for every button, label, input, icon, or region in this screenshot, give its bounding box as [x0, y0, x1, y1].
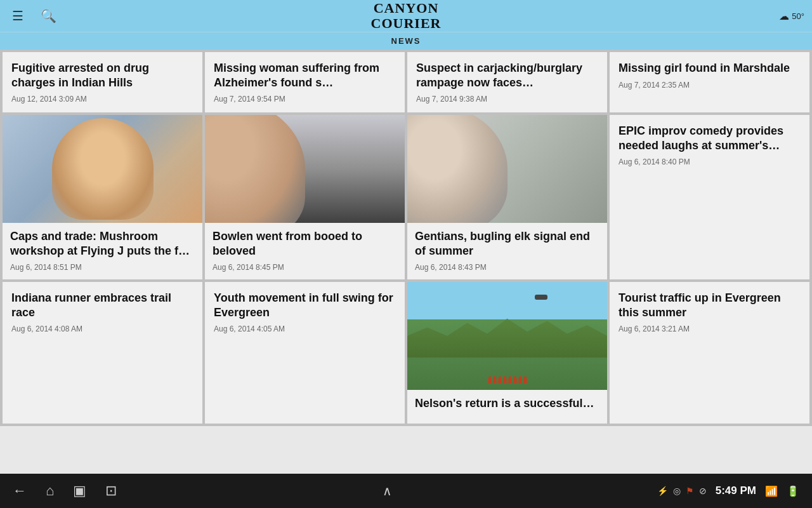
recents-button[interactable]: ▣	[73, 483, 86, 499]
article-headline: Youth movement in full swing for Evergre…	[214, 291, 396, 319]
article-3[interactable]: Suspect in carjacking/burglary rampage n…	[407, 52, 607, 112]
news-grid: Fugitive arrested on drug charges in Ind…	[0, 50, 812, 426]
brand-name: CANYON COURIER	[371, 1, 442, 31]
up-button[interactable]: ∧	[383, 483, 392, 498]
time-display: 5:49 PM	[716, 485, 756, 497]
article-headline: EPIC improv comedy provides needed laugh…	[619, 124, 801, 152]
article-image-elderly	[407, 115, 607, 223]
back-button[interactable]: ←	[13, 483, 27, 499]
article-image-girl	[3, 115, 202, 223]
screenshot-button[interactable]: ⊡	[105, 483, 117, 499]
article-2[interactable]: Missing woman suffering from Alzheimer's…	[205, 52, 405, 112]
article-headline: Caps and trade: Mushroom workshop at Fly…	[10, 229, 195, 258]
bottom-nav-right: ⚡ ◎ ⚑ ⊘ 5:49 PM 📶 🔋	[657, 485, 799, 497]
nav-label[interactable]: NEWS	[391, 36, 421, 46]
article-4[interactable]: Missing girl found in Marshdale Aug 7, 2…	[610, 52, 809, 112]
article-headline: Missing girl found in Marshdale	[619, 61, 801, 76]
location-icon: ◎	[673, 486, 681, 496]
top-bar-left: ☰ 🔍	[0, 4, 60, 27]
article-date: Aug 6, 2014 4:08 AM	[11, 324, 193, 333]
article-headline: Tourist traffic up in Evergreen this sum…	[619, 291, 801, 319]
article-headline: Indiana runner embraces trail race	[11, 291, 193, 319]
temperature: 50°	[792, 11, 804, 21]
article-date: Aug 7, 2014 2:35 AM	[619, 81, 801, 90]
article-headline: Gentians, bugling elk signal end of summ…	[415, 229, 599, 258]
weather-icon: ☁	[779, 10, 789, 22]
article-headline: Bowlen went from booed to beloved	[213, 229, 397, 258]
article-date: Aug 6, 2014 4:05 AM	[214, 324, 396, 333]
hamburger-icon[interactable]: ☰	[6, 4, 29, 27]
article-date: Aug 7, 2014 9:54 PM	[214, 95, 396, 104]
article-10[interactable]: Youth movement in full swing for Evergre…	[205, 282, 405, 424]
article-12[interactable]: Tourist traffic up in Evergreen this sum…	[610, 282, 809, 424]
article-11[interactable]: Nelson's return is a successful…	[407, 282, 607, 424]
article-date: Aug 6, 2014 8:45 PM	[213, 263, 397, 272]
article-date: Aug 6, 2014 8:43 PM	[415, 263, 599, 272]
article-headline: Nelson's return is a successful…	[415, 396, 599, 411]
article-image-outdoor	[407, 282, 607, 390]
article-5[interactable]: Caps and trade: Mushroom workshop at Fly…	[3, 115, 202, 279]
flag-icon: ⚑	[686, 486, 694, 496]
article-7[interactable]: Gentians, bugling elk signal end of summ…	[407, 115, 607, 279]
article-headline: Missing woman suffering from Alzheimer's…	[214, 61, 396, 90]
article-date: Aug 7, 2014 9:38 AM	[416, 95, 598, 104]
article-9[interactable]: Indiana runner embraces trail race Aug 6…	[3, 282, 202, 424]
bottom-nav-left: ← ⌂ ▣ ⊡	[13, 483, 117, 499]
usb-icon: ⚡	[657, 486, 668, 496]
article-date: Aug 6, 2014 8:40 PM	[619, 157, 801, 166]
nav-bar: NEWS	[0, 32, 812, 50]
article-date: Aug 6, 2014 8:51 PM	[10, 263, 195, 272]
home-button[interactable]: ⌂	[46, 483, 54, 499]
brand-logo: CANYON COURIER	[371, 1, 442, 31]
bottom-nav: ← ⌂ ▣ ⊡ ∧ ⚡ ◎ ⚑ ⊘ 5:49 PM 📶 🔋	[0, 474, 812, 508]
top-bar-right: ☁ 50°	[779, 10, 804, 22]
article-6[interactable]: Bowlen went from booed to beloved Aug 6,…	[205, 115, 405, 279]
article-date: Aug 6, 2014 3:21 AM	[619, 324, 801, 333]
top-bar: ☰ 🔍 CANYON COURIER ☁ 50°	[0, 0, 812, 32]
battery-icon: 🔋	[787, 485, 799, 497]
article-headline: Fugitive arrested on drug charges in Ind…	[11, 61, 193, 90]
article-1[interactable]: Fugitive arrested on drug charges in Ind…	[3, 52, 202, 112]
search-icon[interactable]: 🔍	[37, 4, 60, 27]
article-date: Aug 12, 2014 3:09 AM	[11, 95, 193, 104]
wifi-icon: 📶	[765, 485, 778, 497]
article-headline: Suspect in carjacking/burglary rampage n…	[416, 61, 598, 90]
block-icon: ⊘	[699, 486, 707, 496]
article-8[interactable]: EPIC improv comedy provides needed laugh…	[610, 115, 809, 279]
article-image-man	[205, 115, 405, 223]
status-icons: ⚡ ◎ ⚑ ⊘	[657, 486, 707, 496]
